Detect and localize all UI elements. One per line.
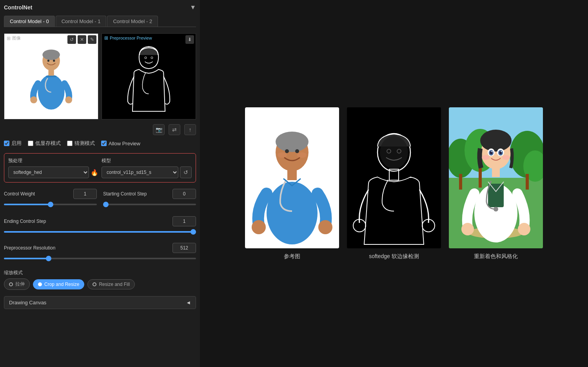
action-buttons-row: 📷 ⇄ ↑ <box>4 124 196 135</box>
upload-button[interactable]: ↑ <box>184 124 196 135</box>
zoom-resize-fill-button[interactable]: Resize and Fill <box>87 279 135 289</box>
starting-step-slider[interactable] <box>103 204 196 205</box>
control-weight-slider[interactable] <box>4 204 97 205</box>
close-input-button[interactable]: ✕ <box>78 35 86 44</box>
ending-step-row: Ending Control Step 1 <box>4 216 196 226</box>
camera-button[interactable]: 📷 <box>153 124 165 135</box>
zoom-crop-resize-button[interactable]: Crop and Resize <box>33 279 84 289</box>
ending-step-section: Ending Control Step 1 <box>4 216 196 237</box>
svg-point-58 <box>494 207 498 212</box>
guess-checkbox[interactable] <box>67 141 73 146</box>
stretch-radio-dot <box>9 282 13 286</box>
refresh-input-button[interactable]: ↺ <box>67 35 76 44</box>
preprocessor-grid-icon: ⊞ <box>104 35 108 41</box>
svg-rect-6 <box>48 69 54 76</box>
output-softedge-caption: softedge 软边缘检测 <box>369 253 419 260</box>
zoom-stretch-button[interactable]: 拉伸 <box>4 278 30 290</box>
output-ref-image <box>245 107 339 248</box>
svg-point-56 <box>461 223 474 235</box>
enable-checkbox-item[interactable]: 启用 <box>4 140 22 147</box>
guess-checkbox-item[interactable]: 猜测模式 <box>67 140 95 147</box>
starting-step-label: Starting Control Step <box>103 191 147 197</box>
svg-rect-9 <box>46 76 56 77</box>
svg-point-54 <box>501 151 502 152</box>
refresh-model-button[interactable]: ↺ <box>180 166 192 178</box>
tab-control-model-2[interactable]: Control Model - 2 <box>107 16 158 27</box>
svg-point-53 <box>492 151 493 152</box>
svg-rect-39 <box>459 174 462 190</box>
svg-point-8 <box>65 96 72 103</box>
starting-control-step-section: Starting Control Step 0 <box>103 189 196 210</box>
output-softedge-wrap: softedge 软边缘检测 <box>347 107 441 260</box>
svg-point-14 <box>267 182 318 244</box>
svg-rect-44 <box>488 184 504 207</box>
enable-label: 启用 <box>11 140 22 147</box>
ending-step-slider[interactable] <box>4 231 196 233</box>
preprocessor-section-label: 预处理 <box>8 157 98 164</box>
allow-preview-label: Allow Preview <box>109 141 140 146</box>
output-anime-caption: 重新着色和风格化 <box>474 253 518 260</box>
input-image-box: ⊞ 图像 ↺ ✕ ✎ <box>4 33 98 119</box>
svg-point-31 <box>380 136 408 169</box>
starting-step-value[interactable]: 0 <box>172 189 196 199</box>
nurse-photo <box>4 34 98 119</box>
model-select[interactable]: control_v11p_sd15_s control_v11p_sd15_ca… <box>102 166 178 178</box>
svg-point-18 <box>295 149 299 153</box>
svg-point-22 <box>278 152 287 158</box>
tab-control-model-0[interactable]: Control Model - 0 <box>4 16 55 27</box>
zoom-buttons: 拉伸 Crop and Resize Resize and Fill <box>4 278 196 290</box>
preprocessor-select-wrap: softedge_hed softedge_hedsafe canny dept… <box>8 166 98 178</box>
svg-point-46 <box>480 130 512 152</box>
preprocessor-image-controls: ⬇ <box>185 35 194 44</box>
resize-fill-radio-dot <box>93 282 96 286</box>
allow-preview-checkbox-item[interactable]: Allow Preview <box>101 141 140 146</box>
swap-button[interactable]: ⇄ <box>169 124 180 135</box>
starting-step-slider-container <box>103 201 196 208</box>
ending-step-label: Ending Control Step <box>4 219 46 224</box>
guess-label: 猜测模式 <box>74 140 95 147</box>
output-anime-wrap: 重新着色和风格化 <box>449 107 543 260</box>
edit-input-button[interactable]: ✎ <box>88 35 96 44</box>
svg-point-17 <box>285 149 289 153</box>
svg-rect-40 <box>479 168 482 188</box>
dual-slider-row: Control Weight 1 Starting Control Step 0 <box>4 189 196 210</box>
panel-header: ControlNet ▼ <box>4 4 196 11</box>
zoom-mode-section: 缩放模式 拉伸 Crop and Resize Resize and Fill <box>4 269 196 290</box>
control-weight-value[interactable]: 1 <box>73 189 97 199</box>
lowvram-checkbox[interactable] <box>28 141 33 146</box>
output-anime-image <box>449 107 543 248</box>
output-anime-svg <box>449 107 543 248</box>
stretch-label: 拉伸 <box>15 281 25 287</box>
preprocessor-preview-label: ⊞ Preprocessor Preview <box>104 35 152 41</box>
lowvram-checkbox-item[interactable]: 低显存模式 <box>28 140 61 147</box>
preprocessor-image-box: ⊞ Preprocessor Preview ⬇ <box>102 33 196 119</box>
preprocessor-label-text: Preprocessor Preview <box>110 36 152 40</box>
preprocessor-sketch <box>102 34 196 119</box>
enable-checkbox[interactable] <box>4 141 9 146</box>
preprocessor-resolution-value[interactable]: 512 <box>172 243 196 253</box>
model-select-wrap: control_v11p_sd15_s control_v11p_sd15_ca… <box>102 166 192 178</box>
image-preview-row: ⊞ 图像 ↺ ✕ ✎ <box>4 33 196 119</box>
output-ref-svg <box>245 107 339 248</box>
preprocessor-model-box: 预处理 模型 softedge_hed softedge_hedsafe can… <box>4 153 196 183</box>
drawing-canvas-row[interactable]: Drawing Canvas ◄ <box>4 296 196 309</box>
preprocessor-resolution-section: Preprocessor Resolution 512 <box>4 243 196 264</box>
download-preprocessor-button[interactable]: ⬇ <box>185 35 194 44</box>
allow-preview-checkbox[interactable] <box>101 141 107 146</box>
preprocessor-resolution-slider[interactable] <box>4 258 196 259</box>
svg-point-5 <box>53 60 55 61</box>
crop-resize-radio-dot <box>38 282 42 286</box>
preprocessor-select[interactable]: softedge_hed softedge_hedsafe canny dept… <box>8 166 89 178</box>
svg-rect-55 <box>492 168 500 177</box>
panel-collapse-arrow[interactable]: ▼ <box>190 4 196 11</box>
left-panel: ControlNet ▼ Control Model - 0 Control M… <box>0 0 200 367</box>
nurse-svg <box>14 38 89 115</box>
ending-step-value[interactable]: 1 <box>172 216 196 226</box>
input-image-controls: ↺ ✕ ✎ <box>67 35 96 44</box>
tab-control-model-1[interactable]: Control Model - 1 <box>56 16 107 27</box>
drawing-canvas-label: Drawing Canvas <box>9 300 46 306</box>
output-ref-caption: 参考图 <box>284 253 300 260</box>
preproc-model-labels: 预处理 模型 <box>8 157 192 164</box>
svg-point-60 <box>502 155 510 160</box>
svg-point-57 <box>518 223 530 235</box>
